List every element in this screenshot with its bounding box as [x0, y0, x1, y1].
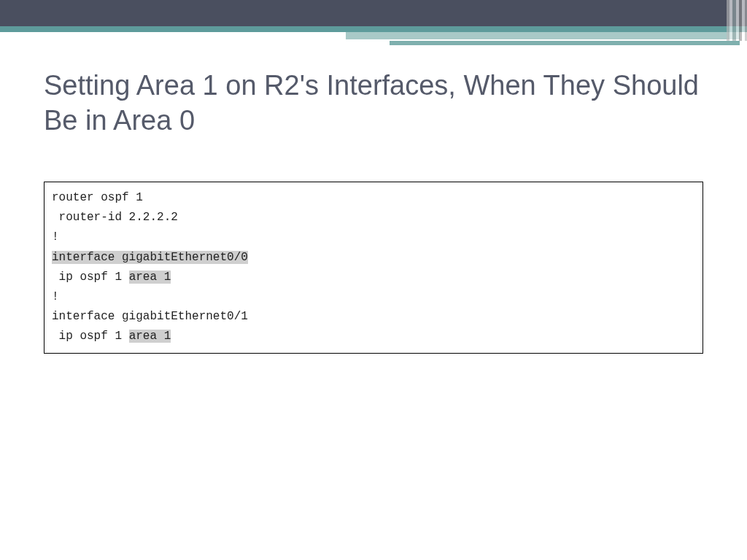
- code-line: ip ospf 1 area 1: [52, 268, 695, 287]
- code-segment: ip ospf 1: [52, 330, 129, 343]
- accent-stripe-light: [346, 32, 740, 39]
- code-line: interface gigabitEthernet0/1: [52, 307, 695, 327]
- code-line: interface gigabitEthernet0/0: [52, 248, 695, 268]
- code-line: ip ospf 1 area 1: [52, 327, 695, 346]
- slide-accent-lines: [338, 26, 747, 55]
- code-line: !: [52, 287, 695, 307]
- highlighted-text: interface gigabitEthernet0/0: [52, 251, 248, 264]
- accent-stripe-mid: [390, 41, 740, 45]
- code-line: router-id 2.2.2.2: [52, 208, 695, 228]
- code-line: !: [52, 228, 695, 247]
- highlighted-text: area 1: [129, 330, 171, 343]
- config-code-box: router ospf 1 router-id 2.2.2.2 ! interf…: [44, 182, 703, 354]
- right-edge-texture: [727, 0, 747, 41]
- code-segment: ip ospf 1: [52, 271, 129, 284]
- slide-title: Setting Area 1 on R2's Interfaces, When …: [44, 69, 703, 138]
- highlighted-text: area 1: [129, 271, 171, 284]
- slide-top-bar-dark: [0, 0, 747, 26]
- code-line: router ospf 1: [52, 188, 695, 208]
